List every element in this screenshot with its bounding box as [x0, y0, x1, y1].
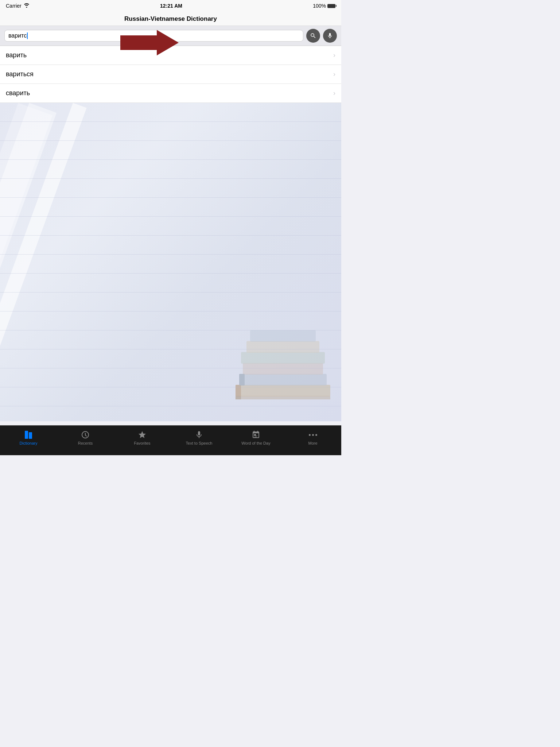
wotd-icon: 27 — [252, 430, 260, 440]
tab-dictionary-label: Dictionary — [20, 441, 38, 445]
tab-bar: Dictionary Recents Favorites Text to Spe… — [0, 425, 341, 455]
tab-dictionary[interactable]: Dictionary — [0, 429, 57, 447]
empty-row — [0, 330, 341, 349]
tab-more-label: More — [308, 441, 317, 445]
tts-icon — [195, 430, 203, 440]
empty-row — [0, 387, 341, 406]
empty-row — [0, 349, 341, 368]
empty-rows-overlay — [0, 103, 341, 421]
tab-word-of-day[interactable]: 27 Word of the Day — [228, 429, 284, 447]
mic-icon — [327, 32, 333, 39]
tab-more[interactable]: More — [284, 429, 341, 447]
empty-row — [0, 103, 341, 122]
tab-favorites-label: Favorites — [134, 441, 150, 445]
chevron-icon-3: › — [333, 89, 335, 97]
search-icon — [310, 32, 316, 39]
status-bar: Carrier 12:21 AM 100% — [0, 0, 341, 12]
wifi-icon — [24, 3, 30, 9]
tab-tts-label: Text to Speech — [186, 441, 213, 445]
empty-row — [0, 179, 341, 198]
carrier-label: Carrier — [6, 3, 22, 9]
empty-row — [0, 368, 341, 387]
battery-icon — [327, 4, 335, 8]
empty-row — [0, 255, 341, 274]
cursor — [27, 32, 28, 39]
tab-favorites[interactable]: Favorites — [114, 429, 171, 447]
tab-wotd-label: Word of the Day — [241, 441, 270, 445]
recents-icon — [81, 430, 90, 440]
tab-recents[interactable]: Recents — [57, 429, 114, 447]
list-item[interactable]: вариться › — [0, 65, 341, 84]
empty-row — [0, 274, 341, 293]
empty-row — [0, 141, 341, 160]
results-list: варить › вариться › сварить › — [0, 46, 341, 103]
tab-recents-label: Recents — [78, 441, 93, 445]
more-icon — [309, 430, 317, 440]
favorites-icon — [138, 430, 147, 440]
nav-title: Russian-Vietnamese Dictionary — [0, 12, 341, 26]
chevron-icon-1: › — [333, 51, 335, 59]
dictionary-icon — [25, 430, 32, 440]
empty-row — [0, 198, 341, 217]
empty-row — [0, 406, 341, 421]
result-text-1: варить — [6, 51, 27, 59]
status-left: Carrier — [6, 3, 30, 9]
main-content — [0, 103, 341, 421]
status-right: 100% — [313, 3, 335, 9]
empty-row — [0, 160, 341, 179]
battery-percent: 100% — [313, 3, 326, 9]
search-bar: варитс — [0, 26, 341, 46]
status-time: 12:21 AM — [160, 3, 182, 9]
search-text: варитс — [8, 32, 27, 39]
empty-row — [0, 122, 341, 141]
empty-row — [0, 217, 341, 236]
empty-row — [0, 236, 341, 255]
chevron-icon-2: › — [333, 70, 335, 78]
mic-button[interactable] — [323, 29, 337, 43]
result-text-2: вариться — [6, 70, 34, 78]
search-input-wrapper[interactable]: варитс — [4, 30, 303, 42]
empty-row — [0, 311, 341, 330]
empty-row — [0, 293, 341, 311]
tab-text-to-speech[interactable]: Text to Speech — [171, 429, 228, 447]
result-text-3: сварить — [6, 89, 30, 97]
search-button[interactable] — [306, 29, 320, 43]
svg-text:27: 27 — [254, 435, 257, 438]
list-item[interactable]: сварить › — [0, 84, 341, 103]
list-item[interactable]: варить › — [0, 46, 341, 65]
